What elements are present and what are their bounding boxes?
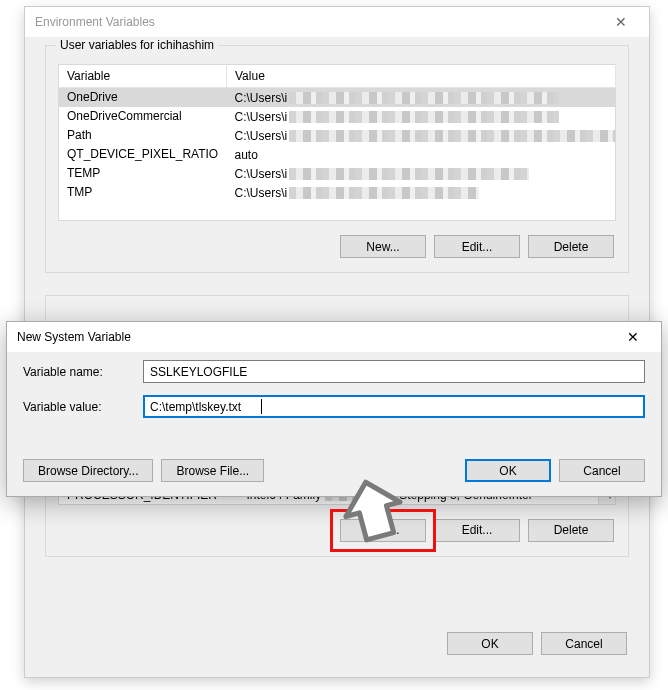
modal-button-row: Browse Directory... Browse File... OK Ca…	[23, 459, 645, 482]
user-variables-table[interactable]: Variable Value OneDriveC:\Users\iOneDriv…	[58, 64, 616, 221]
modal-cancel-button[interactable]: Cancel	[559, 459, 645, 482]
system-button-row: New... Edit... Delete	[58, 505, 616, 544]
redacted-text	[289, 111, 559, 123]
browse-directory-button[interactable]: Browse Directory...	[23, 459, 153, 482]
table-row[interactable]: TEMPC:\Users\i	[59, 164, 616, 183]
col-value[interactable]: Value	[227, 65, 616, 88]
dialog-titlebar: Environment Variables ✕	[25, 7, 649, 37]
table-row[interactable]: OneDriveCommercialC:\Users\i	[59, 107, 616, 126]
user-button-row: New... Edit... Delete	[58, 221, 616, 260]
table-row[interactable]: OneDriveC:\Users\i	[59, 88, 616, 107]
var-name-cell: QT_DEVICE_PIXEL_RATIO	[59, 145, 227, 164]
system-delete-button[interactable]: Delete	[528, 519, 614, 542]
var-name-cell: TEMP	[59, 164, 227, 183]
variable-name-label: Variable name:	[23, 365, 131, 379]
col-variable[interactable]: Variable	[59, 65, 227, 88]
user-group-label: User variables for ichihashim	[56, 38, 218, 52]
user-edit-button[interactable]: Edit...	[434, 235, 520, 258]
var-value-cell: C:\Users\i	[227, 164, 616, 183]
table-row[interactable]: TMPC:\Users\i	[59, 183, 616, 202]
var-name-cell: OneDrive	[59, 88, 227, 107]
var-value-cell: C:\Users\i	[227, 126, 616, 145]
text-caret	[261, 399, 262, 414]
user-variables-group: User variables for ichihashim Variable V…	[45, 45, 629, 273]
new-system-variable-dialog: New System Variable ✕ Variable name: Var…	[6, 321, 662, 497]
browse-file-button[interactable]: Browse File...	[161, 459, 264, 482]
table-row[interactable]: QT_DEVICE_PIXEL_RATIOauto	[59, 145, 616, 164]
dialog-footer-row: OK Cancel	[45, 618, 629, 657]
variable-value-label: Variable value:	[23, 400, 131, 414]
variable-value-input[interactable]	[143, 395, 645, 418]
dialog-cancel-button[interactable]: Cancel	[541, 632, 627, 655]
modal-titlebar: New System Variable ✕	[7, 322, 661, 352]
redacted-text	[289, 168, 529, 180]
modal-ok-button[interactable]: OK	[465, 459, 551, 482]
redacted-text	[289, 187, 479, 199]
dialog-title: Environment Variables	[35, 15, 601, 29]
modal-title: New System Variable	[17, 330, 613, 344]
variable-name-input[interactable]	[143, 360, 645, 383]
redacted-text	[289, 130, 615, 142]
var-name-cell: Path	[59, 126, 227, 145]
system-edit-button[interactable]: Edit...	[434, 519, 520, 542]
close-icon[interactable]: ✕	[601, 14, 641, 30]
close-icon[interactable]: ✕	[613, 329, 653, 345]
var-value-cell: auto	[227, 145, 616, 164]
user-delete-button[interactable]: Delete	[528, 235, 614, 258]
var-value-cell: C:\Users\i	[227, 183, 616, 202]
var-name-cell: TMP	[59, 183, 227, 202]
redacted-text	[289, 92, 559, 104]
system-new-button[interactable]: New...	[340, 519, 426, 542]
var-value-cell: C:\Users\i	[227, 107, 616, 126]
dialog-ok-button[interactable]: OK	[447, 632, 533, 655]
var-name-cell: OneDriveCommercial	[59, 107, 227, 126]
table-row[interactable]: PathC:\Users\i	[59, 126, 616, 145]
var-value-cell: C:\Users\i	[227, 88, 616, 107]
user-new-button[interactable]: New...	[340, 235, 426, 258]
